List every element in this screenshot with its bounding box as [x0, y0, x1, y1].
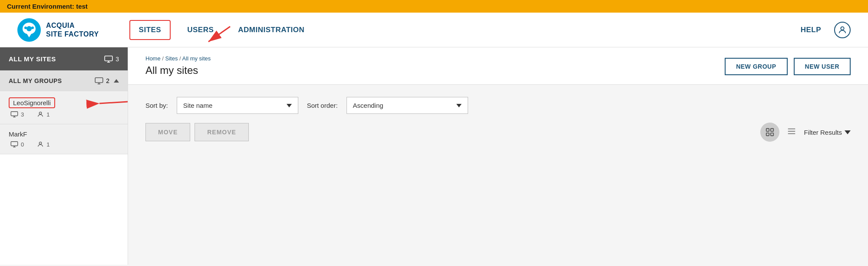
- list-view-button[interactable]: [786, 126, 797, 138]
- grid-view-button[interactable]: [760, 123, 779, 142]
- main-nav: SITES USERS ADMINISTRATION: [125, 13, 801, 47]
- sort-by-arrow-icon: [287, 104, 292, 107]
- sidebar-all-my-sites-label: ALL MY SITES: [9, 55, 56, 63]
- environment-bar-text: Current Environment: test: [7, 3, 88, 10]
- sidebar: ALL MY SITES 3 ALL MY GROUPS: [0, 47, 128, 265]
- sidebar-group-leosignorelli-stats: 3 1: [9, 111, 119, 118]
- sidebar-all-my-sites[interactable]: ALL MY SITES 3: [0, 47, 128, 70]
- monitor-icon-sites: [104, 56, 113, 63]
- svg-rect-19: [11, 142, 17, 146]
- sort-by-select[interactable]: Site name: [177, 97, 298, 114]
- sort-order-value: Ascending: [353, 102, 453, 109]
- sort-by-label: Sort by:: [145, 102, 168, 109]
- svg-line-14: [99, 102, 128, 103]
- person-icon-markf: [37, 141, 44, 148]
- filter-chevron-icon: [845, 130, 851, 134]
- nav-item-administration[interactable]: ADMINISTRATION: [226, 13, 317, 47]
- content: Home / Sites / All my sites All my sites…: [128, 47, 868, 265]
- svg-rect-7: [105, 56, 112, 60]
- svg-rect-24: [771, 129, 773, 131]
- breadcrumb-home[interactable]: Home: [145, 55, 161, 62]
- leosignorelli-sites: 3: [10, 111, 24, 118]
- remove-button[interactable]: REMOVE: [195, 123, 249, 141]
- nav-item-sites[interactable]: SITES: [129, 20, 171, 40]
- person-icon-leo: [37, 111, 44, 118]
- groups-collapse-icon: [114, 79, 119, 83]
- sort-order-arrow-icon: [456, 104, 462, 107]
- svg-point-4: [841, 27, 844, 30]
- user-avatar[interactable]: [834, 22, 851, 38]
- header-right: HELP: [801, 22, 851, 38]
- svg-rect-23: [766, 129, 769, 131]
- new-group-button[interactable]: NEW GROUP: [725, 58, 787, 75]
- environment-bar: Current Environment: test: [0, 0, 868, 13]
- logo: ACQUIA SITE FACTORY: [17, 18, 99, 42]
- svg-point-2: [24, 27, 27, 29]
- move-button[interactable]: MOVE: [145, 123, 190, 141]
- sidebar-all-my-sites-count: 3: [104, 56, 119, 63]
- header: ACQUIA SITE FACTORY SITES USERS ADMINIST…: [0, 13, 868, 47]
- sidebar-group-markf[interactable]: MarkF 0 1: [0, 124, 128, 154]
- breadcrumb: Home / Sites / All my sites: [145, 55, 211, 62]
- leosignorelli-users: 1: [37, 111, 50, 118]
- sort-order-label: Sort order:: [307, 102, 338, 109]
- breadcrumb-all-my-sites: All my sites: [182, 55, 211, 62]
- svg-point-18: [40, 112, 42, 114]
- main-layout: ALL MY SITES 3 ALL MY GROUPS: [0, 47, 868, 265]
- svg-rect-15: [11, 112, 17, 116]
- svg-rect-10: [95, 78, 103, 83]
- view-controls: Filter Results: [760, 123, 851, 142]
- help-link[interactable]: HELP: [801, 26, 821, 34]
- filter-results-button[interactable]: Filter Results: [804, 129, 851, 136]
- sidebar-all-my-groups-count: 2: [95, 77, 109, 84]
- sidebar-all-my-groups[interactable]: ALL MY GROUPS 2: [0, 70, 128, 91]
- markf-users: 1: [37, 141, 50, 148]
- svg-rect-25: [766, 133, 769, 136]
- page-title: All my sites: [145, 64, 211, 76]
- user-icon: [838, 25, 847, 35]
- content-header: Home / Sites / All my sites All my sites…: [128, 47, 868, 85]
- header-buttons: NEW GROUP NEW USER: [725, 58, 851, 75]
- sort-by-value: Site name: [183, 102, 283, 109]
- sidebar-all-my-groups-label: ALL MY GROUPS: [9, 77, 62, 84]
- monitor-icon-groups: [95, 77, 103, 84]
- sidebar-group-leosignorelli[interactable]: LeoSignorelli 3 1: [0, 91, 128, 124]
- breadcrumb-sites[interactable]: Sites: [165, 55, 178, 62]
- svg-point-22: [40, 142, 42, 144]
- grid-icon: [765, 127, 775, 137]
- nav-item-users[interactable]: USERS: [175, 13, 226, 47]
- svg-point-3: [31, 27, 34, 29]
- sidebar-group-leosignorelli-name: LeoSignorelli: [9, 97, 55, 108]
- logo-text: ACQUIA SITE FACTORY: [46, 21, 99, 38]
- page-info: Home / Sites / All my sites All my sites: [145, 55, 211, 76]
- sort-order-select[interactable]: Ascending: [347, 97, 468, 114]
- logo-icon: [17, 18, 41, 42]
- sidebar-group-markf-stats: 0 1: [9, 141, 119, 148]
- filter-bar: Sort by: Site name Sort order: Ascending: [128, 85, 868, 114]
- svg-rect-26: [771, 133, 773, 136]
- markf-sites: 0: [10, 141, 24, 148]
- action-bar: MOVE REMOVE: [128, 114, 868, 150]
- monitor-icon-markf: [10, 141, 18, 147]
- monitor-icon-leo: [10, 111, 18, 117]
- list-icon: [786, 126, 797, 136]
- action-buttons: MOVE REMOVE: [145, 123, 249, 141]
- group-arrow-annotation: [93, 97, 132, 110]
- sidebar-group-markf-name: MarkF: [9, 130, 27, 138]
- new-user-button[interactable]: NEW USER: [794, 58, 851, 75]
- svg-point-1: [26, 26, 32, 31]
- filter-results-label: Filter Results: [804, 129, 842, 136]
